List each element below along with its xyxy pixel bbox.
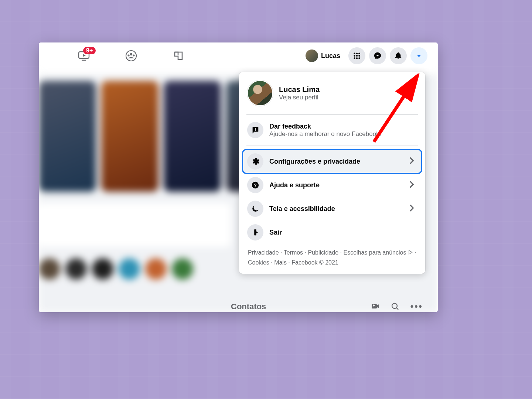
- svg-rect-21: [255, 130, 256, 131]
- moon-icon: [247, 201, 263, 217]
- svg-point-13: [356, 57, 358, 59]
- nav-gaming-tab[interactable]: [155, 42, 202, 69]
- chevron-right-icon: [407, 156, 416, 167]
- dropdown-profile-sub: Veja seu perfil: [279, 94, 320, 101]
- nav-groups-tab[interactable]: [108, 42, 155, 69]
- svg-point-18: [392, 303, 397, 308]
- gaming-icon: [172, 49, 185, 62]
- footer-text-1: Privacidade · Termos · Publicidade · Esc…: [248, 249, 408, 256]
- search-icon[interactable]: [391, 302, 399, 311]
- dropdown-settings-item[interactable]: Configurações e privacidade: [243, 150, 422, 173]
- dropdown-display-item[interactable]: Tela e acessibilidade: [243, 197, 422, 221]
- contacts-toolbar: •••: [371, 301, 423, 311]
- svg-point-8: [358, 52, 360, 54]
- avatar: [306, 50, 318, 62]
- dropdown-footer: Privacidade · Termos · Publicidade · Esc…: [243, 244, 422, 269]
- contacts-heading: Contatos: [231, 302, 266, 311]
- svg-point-12: [354, 57, 355, 59]
- svg-line-19: [396, 308, 398, 310]
- facebook-window: 9+ Lucas: [39, 42, 438, 312]
- gear-icon: [247, 153, 263, 170]
- dropdown-settings-label: Configurações e privacidade: [269, 158, 360, 166]
- notifications-button[interactable]: [390, 47, 407, 64]
- svg-text:?: ?: [254, 183, 257, 188]
- dropdown-profile-name: Lucas Lima: [279, 85, 320, 94]
- dropdown-logout-label: Sair: [269, 229, 282, 236]
- nav-watch-tab[interactable]: 9+: [60, 42, 108, 69]
- avatar: [247, 80, 273, 106]
- svg-point-4: [127, 54, 129, 56]
- grid-icon: [353, 52, 361, 60]
- bell-icon: [394, 52, 402, 60]
- account-dropdown: Lucas Lima Veja seu perfil Dar feedback …: [239, 72, 425, 274]
- new-room-icon[interactable]: [371, 302, 379, 311]
- help-icon: ?: [247, 177, 263, 193]
- dropdown-feedback-title: Dar feedback: [269, 123, 381, 130]
- dropdown-logout-item[interactable]: Sair: [243, 221, 422, 244]
- svg-point-7: [356, 52, 358, 54]
- profile-chip-name: Lucas: [321, 52, 340, 60]
- svg-point-6: [354, 52, 355, 54]
- menu-apps-button[interactable]: [348, 47, 365, 64]
- topbar-right: Lucas: [304, 47, 427, 64]
- dropdown-feedback-item[interactable]: Dar feedback Ajude-nos a melhorar o novo…: [243, 118, 422, 142]
- svg-point-11: [358, 55, 360, 57]
- dropdown-profile-link[interactable]: Lucas Lima Veja seu perfil: [243, 76, 422, 110]
- svg-point-2: [126, 51, 136, 61]
- svg-rect-15: [372, 304, 377, 308]
- account-dropdown-button[interactable]: [410, 47, 427, 64]
- divider: [246, 146, 418, 146]
- messenger-button[interactable]: [369, 47, 386, 64]
- dropdown-help-label: Ajuda e suporte: [269, 181, 320, 189]
- chevron-right-icon: [407, 180, 416, 191]
- divider: [246, 114, 418, 115]
- feedback-icon: [247, 122, 263, 138]
- svg-point-14: [358, 57, 360, 59]
- logout-icon: [247, 224, 263, 241]
- svg-rect-17: [373, 304, 374, 306]
- caret-down-icon: [415, 52, 423, 60]
- dropdown-help-item[interactable]: ? Ajuda e suporte: [243, 173, 422, 197]
- svg-point-9: [354, 55, 355, 57]
- svg-point-10: [356, 55, 358, 57]
- adchoices-icon: [408, 248, 413, 258]
- svg-rect-20: [255, 128, 256, 130]
- dropdown-display-label: Tela e acessibilidade: [269, 205, 335, 213]
- watch-badge: 9+: [83, 47, 96, 54]
- groups-icon: [125, 49, 138, 62]
- top-bar: 9+ Lucas: [39, 42, 438, 69]
- dropdown-feedback-sub: Ajude-nos a melhorar o novo Facebook.: [269, 130, 381, 138]
- svg-point-5: [133, 54, 134, 56]
- more-icon[interactable]: •••: [410, 301, 423, 311]
- nav-tabs: 9+: [60, 42, 202, 69]
- chevron-right-icon: [407, 203, 416, 214]
- profile-chip[interactable]: Lucas: [304, 48, 345, 64]
- svg-point-3: [130, 53, 132, 55]
- messenger-icon: [374, 52, 382, 60]
